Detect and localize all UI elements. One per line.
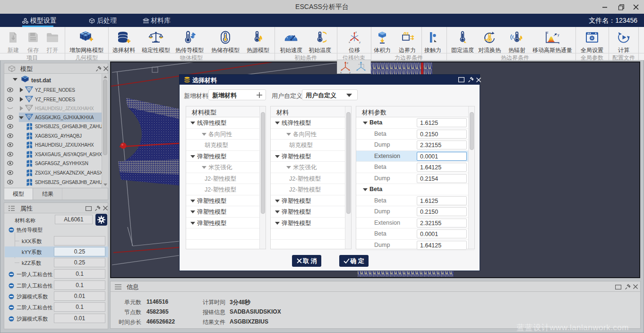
svg-text:y: y xyxy=(558,33,559,37)
svg-text:z: z xyxy=(355,31,357,34)
svg-text:z: z xyxy=(547,31,549,34)
svg-text:y: y xyxy=(349,71,351,74)
svg-text:x: x xyxy=(349,41,350,44)
svg-text:x: x xyxy=(340,71,342,74)
svg-text:x: x xyxy=(558,41,560,44)
svg-text:z: z xyxy=(347,61,348,64)
svg-text:y: y xyxy=(359,41,361,44)
